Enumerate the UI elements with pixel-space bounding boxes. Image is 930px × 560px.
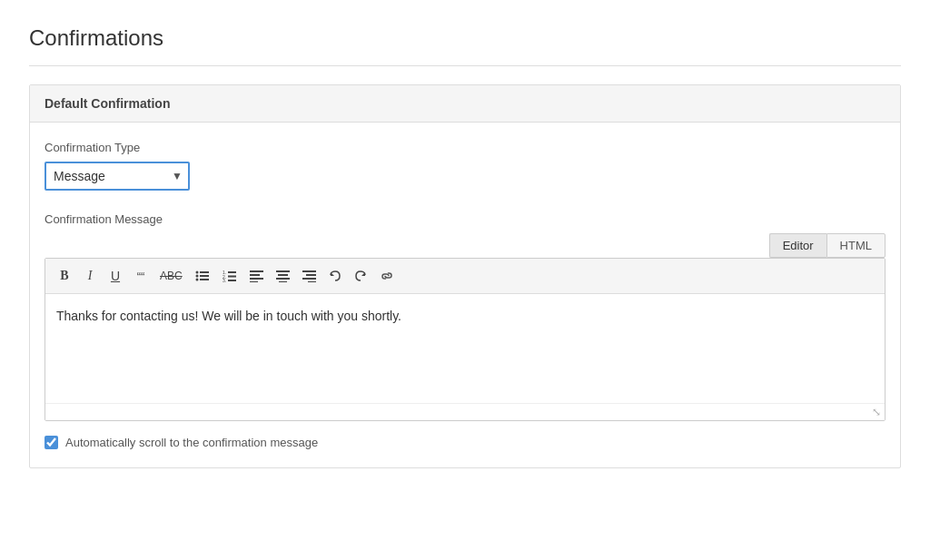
confirmation-message-section: Confirmation Message Editor HTML B I U “… <box>45 212 885 421</box>
page-container: Confirmations Default Confirmation Confi… <box>0 0 930 494</box>
default-confirmation-card: Default Confirmation Confirmation Type M… <box>29 84 901 468</box>
svg-rect-23 <box>308 281 316 282</box>
underline-button[interactable]: U <box>105 266 125 286</box>
auto-scroll-checkbox[interactable] <box>45 436 58 449</box>
page-title: Confirmations <box>29 25 901 51</box>
card-body: Confirmation Type Message Redirect Page … <box>30 123 900 467</box>
svg-rect-7 <box>228 271 236 273</box>
svg-rect-13 <box>250 274 260 276</box>
blockquote-button[interactable]: ““ <box>131 266 151 286</box>
strikethrough-button[interactable]: ABC <box>156 266 186 286</box>
redo-button[interactable] <box>351 266 371 286</box>
page-divider <box>29 65 901 66</box>
align-left-button[interactable] <box>246 266 267 286</box>
editor-toggle-group: Editor HTML <box>45 233 885 258</box>
auto-scroll-label: Automatically scroll to the confirmation… <box>65 436 318 449</box>
auto-scroll-row: Automatically scroll to the confirmation… <box>45 436 885 449</box>
svg-rect-5 <box>200 279 209 280</box>
svg-text:3.: 3. <box>223 278 226 282</box>
svg-rect-12 <box>250 270 263 272</box>
svg-point-0 <box>195 271 198 274</box>
undo-button[interactable] <box>325 266 345 286</box>
confirmation-type-select[interactable]: Message Redirect Page Custom <box>45 162 190 191</box>
svg-rect-20 <box>302 270 316 272</box>
ordered-list-button[interactable]: 1. 2. 3. <box>219 266 241 286</box>
confirmation-type-label: Confirmation Type <box>45 141 885 154</box>
html-toggle-button[interactable]: HTML <box>826 233 885 258</box>
editor-text: Thanks for contacting us! We will be in … <box>56 309 401 323</box>
confirmation-message-label: Confirmation Message <box>45 212 885 226</box>
card-header: Default Confirmation <box>30 85 900 123</box>
resize-icon: ⤡ <box>872 406 881 418</box>
italic-button[interactable]: I <box>80 266 100 286</box>
svg-rect-11 <box>228 280 236 281</box>
align-center-button[interactable] <box>272 266 293 286</box>
svg-rect-16 <box>276 270 290 272</box>
svg-rect-21 <box>306 274 316 276</box>
editor-container: B I U ““ ABC <box>45 258 885 421</box>
svg-rect-3 <box>200 275 209 277</box>
editor-resize-handle: ⤡ <box>45 403 885 420</box>
svg-rect-22 <box>302 278 316 280</box>
unordered-list-button[interactable] <box>192 266 213 286</box>
svg-rect-18 <box>276 278 290 280</box>
link-button[interactable] <box>376 266 398 286</box>
svg-rect-17 <box>278 274 288 276</box>
svg-point-4 <box>195 279 198 281</box>
editor-toggle-button[interactable]: Editor <box>769 233 826 258</box>
svg-rect-14 <box>250 278 263 280</box>
svg-rect-1 <box>200 271 209 273</box>
svg-point-2 <box>195 275 198 278</box>
svg-rect-9 <box>228 276 236 278</box>
editor-toolbar: B I U ““ ABC <box>45 259 885 294</box>
bold-button[interactable]: B <box>54 266 74 286</box>
confirmation-type-select-wrapper: Message Redirect Page Custom ▼ <box>45 162 190 191</box>
svg-rect-19 <box>279 281 287 282</box>
editor-content[interactable]: Thanks for contacting us! We will be in … <box>45 294 885 403</box>
svg-rect-15 <box>250 281 258 282</box>
align-right-button[interactable] <box>299 266 320 286</box>
